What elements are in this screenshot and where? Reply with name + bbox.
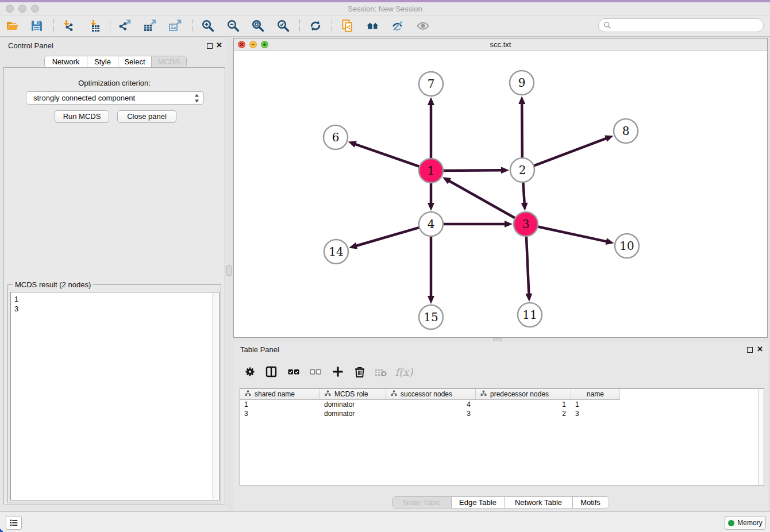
- criterion-dropdown[interactable]: strongly connected component: [26, 91, 204, 105]
- vertical-splitter-handle[interactable]: [226, 265, 232, 276]
- tab-edge-table[interactable]: Edge Table: [452, 497, 505, 508]
- export-image-button[interactable]: [168, 18, 183, 33]
- graph-edge-2-9[interactable]: [518, 96, 525, 159]
- table-row[interactable]: 1dominator411: [240, 400, 764, 409]
- delete-table-icon: [374, 365, 388, 379]
- trash-button[interactable]: [352, 364, 367, 379]
- tab-node-table[interactable]: Node Table: [393, 497, 452, 508]
- export-table-icon: [143, 19, 157, 33]
- graph-edge-1-4[interactable]: [428, 182, 434, 211]
- import-network-button[interactable]: [60, 18, 75, 33]
- column-header-shared-name[interactable]: shared name: [240, 389, 320, 400]
- graph-node-label: 9: [518, 76, 526, 90]
- network-window: ✕ − + scc.txt 7968124314101511: [233, 38, 768, 338]
- result-scrollbar[interactable]: [212, 293, 218, 499]
- graph-node-label: 2: [519, 163, 526, 177]
- column-header-successor-nodes[interactable]: successor nodes: [386, 389, 476, 400]
- search-box[interactable]: [598, 18, 764, 32]
- graph-node-label: 7: [428, 77, 435, 91]
- cell: 2: [476, 409, 571, 418]
- graph-edge-3-1[interactable]: [442, 177, 516, 218]
- zoom-fit-button[interactable]: [251, 18, 265, 33]
- table-row[interactable]: 3dominator323: [240, 409, 764, 418]
- formula-button[interactable]: f(x): [396, 364, 411, 379]
- zoom-out-button[interactable]: [226, 18, 241, 33]
- graph-edge-4-3[interactable]: [442, 221, 513, 228]
- zoom-in-button[interactable]: [201, 18, 215, 33]
- graph-edge-1-6[interactable]: [348, 141, 421, 167]
- network-title: scc.txt: [234, 40, 767, 49]
- run-mcds-button[interactable]: Run MCDS: [55, 110, 109, 123]
- deselect-all-button[interactable]: [308, 364, 323, 379]
- clone-network-button[interactable]: [340, 18, 355, 33]
- control-panel-tabs: NetworkStyleSelectMCDS: [44, 56, 187, 68]
- zoom-in-icon: [201, 19, 215, 33]
- open-folder-button[interactable]: [5, 18, 20, 33]
- graph-edge-3-11[interactable]: [525, 235, 532, 302]
- column-label: predecessor nodes: [490, 390, 549, 398]
- homes-button[interactable]: [365, 18, 380, 33]
- column-label: successor nodes: [401, 390, 452, 398]
- column-header-predecessor-nodes[interactable]: predecessor nodes: [476, 389, 571, 400]
- import-table-button[interactable]: [87, 18, 102, 33]
- eye-slash-button[interactable]: [390, 18, 405, 33]
- cell: 4: [386, 400, 476, 409]
- deselect-all-icon: [309, 365, 322, 379]
- graph-edge-1-2[interactable]: [442, 167, 509, 174]
- delete-table-button[interactable]: [374, 364, 388, 379]
- criterion-value: strongly connected component: [33, 94, 135, 102]
- gear-button[interactable]: [242, 364, 257, 379]
- graph-edge-3-10[interactable]: [537, 226, 614, 245]
- node-table: shared nameMCDS rolesuccessor nodesprede…: [240, 388, 764, 486]
- horizontal-splitter-handle[interactable]: [493, 338, 502, 341]
- toolbar-separator: [299, 20, 300, 33]
- open-folder-icon: [6, 19, 20, 33]
- column-header-MCDS-role[interactable]: MCDS role: [320, 389, 386, 400]
- close-panel-button[interactable]: Close panel: [117, 110, 176, 123]
- tab-network[interactable]: Network: [45, 56, 87, 67]
- tab-motifs[interactable]: Motifs: [573, 497, 609, 508]
- select-all-button[interactable]: [286, 364, 301, 379]
- network-graph[interactable]: 7968124314101511: [234, 51, 767, 337]
- graph-edge-1-7[interactable]: [428, 97, 434, 160]
- trash-icon: [353, 365, 367, 379]
- memory-label: Memory: [737, 519, 762, 527]
- zoom-check-button[interactable]: [276, 18, 291, 33]
- window-title: Session: New Session: [0, 5, 770, 13]
- save-button[interactable]: [29, 18, 44, 33]
- tab-select[interactable]: Select: [118, 56, 152, 67]
- split-columns-button[interactable]: [264, 364, 279, 379]
- graph-edge-4-15[interactable]: [428, 235, 434, 304]
- search-input[interactable]: [614, 21, 763, 30]
- graph-node-label: 1: [428, 164, 435, 178]
- eye-button[interactable]: [415, 18, 430, 33]
- optimization-label: Optimization criterion:: [4, 79, 225, 87]
- mcds-result-area[interactable]: 1 3: [10, 292, 220, 500]
- column-header-name[interactable]: name: [571, 389, 620, 400]
- export-table-button[interactable]: [143, 18, 157, 33]
- close-table-panel-icon[interactable]: ✕: [757, 345, 763, 353]
- graph-edge-4-14[interactable]: [349, 227, 421, 249]
- tab-mcds[interactable]: MCDS: [152, 56, 186, 67]
- graph-node-label: 8: [622, 124, 630, 138]
- float-table-panel-icon[interactable]: [747, 347, 753, 353]
- control-panel-title: Control Panel: [8, 41, 53, 50]
- memory-button[interactable]: Memory: [725, 516, 766, 530]
- graph-edge-2-3[interactable]: [521, 181, 528, 211]
- graph-node-label: 10: [619, 239, 634, 253]
- export-network-button[interactable]: [117, 18, 132, 33]
- refresh-button[interactable]: [308, 18, 323, 33]
- tab-network-table[interactable]: Network Table: [505, 497, 573, 508]
- float-panel-icon[interactable]: [207, 43, 213, 49]
- task-list-button[interactable]: [6, 516, 22, 530]
- table-panel-tabs: Node TableEdge TableNetwork TableMotifs: [392, 496, 609, 508]
- tab-style[interactable]: Style: [87, 56, 118, 67]
- graph-edge-2-8[interactable]: [533, 135, 614, 166]
- save-icon: [30, 19, 44, 33]
- zoom-out-icon: [226, 19, 240, 33]
- refresh-icon: [309, 19, 322, 33]
- close-panel-icon[interactable]: ✕: [216, 41, 222, 49]
- add-button[interactable]: [330, 364, 345, 379]
- table-scrollbar[interactable]: [758, 389, 764, 485]
- network-window-titlebar[interactable]: ✕ − + scc.txt: [234, 38, 767, 51]
